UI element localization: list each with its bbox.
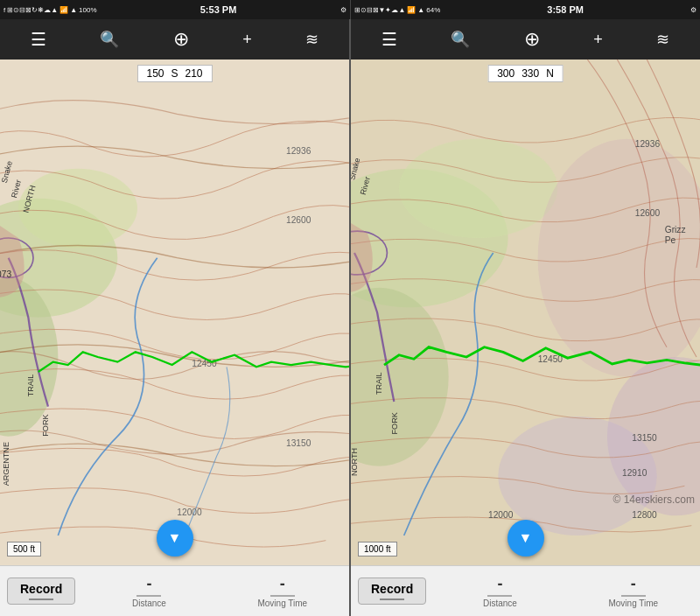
left-distance-block: - Distance: [82, 575, 215, 608]
left-compass-left: 150: [146, 67, 164, 80]
right-scale-bar: 1000 ft: [358, 542, 397, 556]
right-crosshair-button[interactable]: ⊕: [524, 28, 540, 51]
svg-text:12600: 12600: [635, 208, 661, 218]
svg-text:12936: 12936: [286, 146, 312, 156]
svg-point-22: [399, 139, 557, 238]
svg-text:TRAIL: TRAIL: [374, 372, 383, 395]
left-record-line: [29, 598, 53, 600]
svg-text:12450: 12450: [538, 354, 564, 364]
right-scale-text: 1000 ft: [364, 544, 391, 554]
left-topo-svg: BM 11073 12936 12600 12450 13150 12000 T…: [0, 60, 349, 565]
left-crosshair-button[interactable]: ⊕: [173, 28, 189, 51]
svg-text:12000: 12000: [488, 510, 514, 520]
left-compass-bar: 150 S 210: [136, 65, 212, 82]
right-record-label: Record: [371, 582, 413, 596]
svg-text:NORTH: NORTH: [351, 448, 359, 476]
right-record-button[interactable]: Record: [358, 578, 426, 605]
right-distance-label: Distance: [483, 598, 517, 608]
app-container: f ⊞⊙⊟⊠↻❋☁▲ 📶 ▲ 100% 5:53 PM ⚙ ⊞⊙⊟⊠▼✦☁▲ 📶…: [0, 0, 700, 616]
svg-text:11073: 11073: [0, 270, 11, 279]
right-battery: 64%: [426, 6, 440, 14]
right-movingtime-label: Moving Time: [608, 598, 658, 608]
svg-text:12000: 12000: [177, 508, 202, 517]
svg-text:Grizz: Grizz: [665, 225, 686, 234]
svg-text:Pe: Pe: [665, 235, 676, 245]
right-topo-svg: 12936 12600 12450 13150 12910 12000 1280…: [351, 60, 700, 565]
right-menu-button[interactable]: ☰: [382, 29, 397, 50]
right-panel: ☰ 🔍 ⊕ + ≋ 300 330 N: [351, 19, 700, 616]
right-bottom-bar: Record - Distance - Moving Time: [351, 565, 700, 616]
right-movingtime-val: -: [631, 575, 636, 593]
left-movingtime-val: -: [280, 575, 285, 593]
svg-text:FORK: FORK: [41, 415, 50, 437]
left-layers-button[interactable]: ≋: [305, 30, 318, 49]
svg-text:12600: 12600: [286, 215, 312, 225]
svg-text:12936: 12936: [635, 139, 661, 149]
right-compass-left: 300: [497, 67, 514, 80]
left-status-bar: f ⊞⊙⊟⊠↻❋☁▲ 📶 ▲ 100% 5:53 PM ⚙: [0, 0, 351, 19]
left-map: 150 S 210: [0, 60, 349, 565]
icons-group: ⊞⊙⊟⊠↻❋☁▲: [7, 6, 58, 14]
left-movingtime-block: - Moving Time: [216, 575, 349, 608]
left-scale-bar: 500 ft: [7, 542, 41, 556]
svg-text:13150: 13150: [286, 438, 312, 448]
battery-left: 100%: [79, 6, 96, 14]
left-search-button[interactable]: 🔍: [100, 30, 119, 49]
right-search-button[interactable]: 🔍: [451, 30, 470, 49]
right-status-icons: ⊞⊙⊟⊠▼✦☁▲ 📶 ▲ 64%: [354, 6, 441, 14]
right-layers-button[interactable]: ≋: [656, 30, 669, 49]
left-location-button[interactable]: ▼: [157, 520, 193, 556]
right-movingtime-block: - Moving Time: [567, 575, 700, 608]
left-distance-label: Distance: [132, 598, 166, 608]
left-compass-dir: S: [171, 67, 178, 80]
left-movingtime-label: Moving Time: [257, 598, 307, 608]
right-compass-bar: 300 330 N: [487, 65, 564, 82]
right-wifi: 📶: [407, 6, 416, 14]
fb-icon: f: [4, 6, 5, 14]
watermark: © 14erskiers.com: [612, 494, 695, 506]
svg-point-3: [18, 169, 137, 248]
left-panel: ☰ 🔍 ⊕ + ≋ 150 S 210: [0, 19, 351, 616]
right-distance-block: - Distance: [433, 575, 566, 608]
right-location-button[interactable]: ▼: [508, 520, 544, 556]
right-time: 3:58 PM: [547, 4, 584, 15]
signal-icon: ▲: [70, 6, 77, 14]
right-distance-val: -: [497, 575, 502, 593]
left-distance-line: [136, 595, 161, 597]
svg-text:13150: 13150: [632, 433, 657, 443]
right-map: 300 330 N: [351, 60, 700, 565]
left-scale-text: 500 ft: [13, 544, 35, 554]
left-status-right: ⚙: [340, 6, 346, 14]
left-compass-right: 210: [186, 67, 203, 80]
right-compass-dir: N: [546, 67, 554, 80]
right-status-right: ⚙: [690, 6, 696, 14]
right-status-bar: ⊞⊙⊟⊠▼✦☁▲ 📶 ▲ 64% 3:58 PM ⚙: [351, 0, 701, 19]
svg-text:TRAIL: TRAIL: [26, 374, 35, 397]
left-bottom-bar: Record - Distance - Moving Time: [0, 565, 349, 616]
right-compass-mid: 330: [522, 67, 539, 80]
right-plus-button[interactable]: +: [593, 31, 603, 49]
svg-text:ARGENTNE: ARGENTNE: [2, 442, 10, 486]
left-menu-button[interactable]: ☰: [31, 29, 46, 50]
right-toolbar: ☰ 🔍 ⊕ + ≋: [351, 19, 700, 60]
right-icons-group: ⊞⊙⊟⊠▼✦☁▲: [354, 6, 406, 14]
right-signal: ▲: [417, 6, 424, 14]
right-movingtime-line: [621, 595, 646, 597]
right-distance-line: [487, 595, 512, 597]
left-record-button[interactable]: Record: [7, 578, 75, 605]
left-movingtime-line: [270, 595, 295, 597]
svg-text:12800: 12800: [632, 510, 657, 520]
svg-text:FORK: FORK: [390, 412, 399, 434]
svg-text:12910: 12910: [622, 468, 648, 478]
left-time: 5:53 PM: [200, 4, 237, 15]
left-distance-val: -: [146, 575, 151, 593]
left-plus-button[interactable]: +: [242, 31, 252, 49]
left-toolbar: ☰ 🔍 ⊕ + ≋: [0, 19, 349, 60]
wifi-icon: 📶: [60, 6, 68, 14]
right-record-line: [380, 598, 404, 600]
left-status-icons: f ⊞⊙⊟⊠↻❋☁▲ 📶 ▲ 100%: [4, 6, 97, 14]
left-record-label: Record: [20, 582, 62, 596]
